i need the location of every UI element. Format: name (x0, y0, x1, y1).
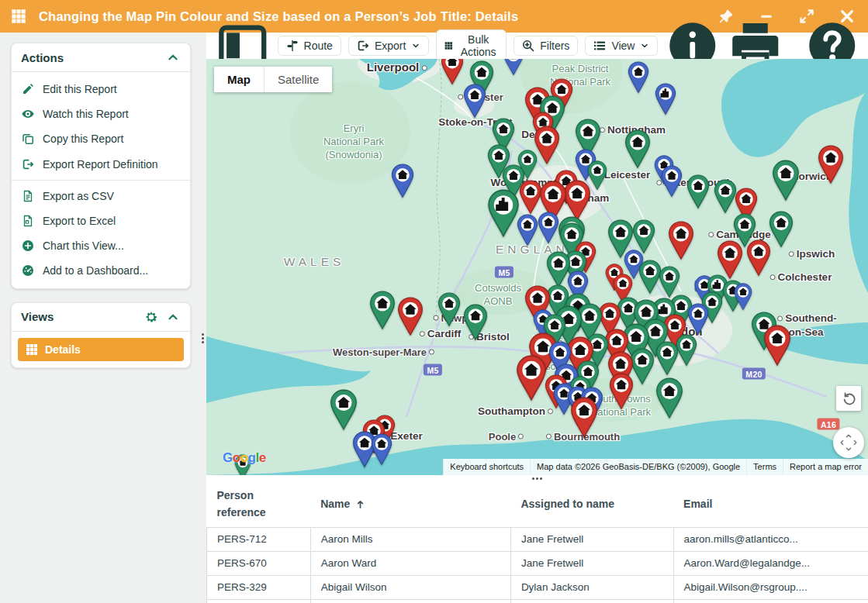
map-pin-blue[interactable] (463, 84, 486, 119)
column-header-email[interactable]: Email (673, 482, 868, 527)
view-label: View (611, 40, 635, 52)
views-collapse-button[interactable] (165, 309, 181, 325)
views-settings-gear-icon[interactable] (144, 309, 159, 325)
map-pin-green[interactable] (772, 160, 800, 202)
route-label: Route (304, 40, 333, 52)
map-pin-blue[interactable] (661, 165, 683, 198)
column-header-name[interactable]: Name (310, 482, 510, 527)
report-map-error-link[interactable]: Report a map error (783, 459, 868, 475)
map-type-map-button[interactable]: Map (214, 67, 264, 92)
map-pin-green[interactable] (769, 211, 794, 248)
bulk-actions-button[interactable]: Bulk Actions (436, 29, 507, 62)
table-cell: Jane Fretwell (510, 551, 673, 575)
table-row[interactable]: PERS-329Abigail WilsonDylan JacksonAbiga… (207, 575, 868, 599)
view-button[interactable]: View (585, 36, 658, 56)
view-item-details[interactable]: Details (18, 338, 184, 361)
map-pin-green[interactable] (437, 292, 461, 327)
sidebar-resize-handle[interactable] (200, 332, 206, 345)
map-reset-rotation-button[interactable] (836, 386, 861, 411)
chevron-down-icon (411, 41, 420, 50)
chevron-down-icon (640, 41, 649, 50)
action-item-edit-this-report[interactable]: Edit this Report (12, 77, 190, 102)
map-pin-red[interactable] (818, 145, 844, 184)
map-pin-green[interactable] (487, 189, 520, 238)
map-pin-green[interactable] (714, 179, 737, 214)
map-pin-green[interactable] (624, 129, 651, 169)
action-item-export-to-excel[interactable]: Export to Excel (12, 208, 190, 233)
map-type-control: Map Satellite (214, 67, 332, 92)
map-pin-red[interactable] (563, 180, 591, 222)
map-pin-red[interactable] (534, 126, 560, 165)
table-row[interactable]: PERS-712Aaron MillsJane Fretwellaaron.mi… (207, 527, 868, 551)
table-row[interactable]: PERS-670Aaron WardJane FretwellAaron.War… (207, 551, 868, 575)
map-pan-control[interactable] (833, 427, 864, 458)
map-pin-red[interactable] (668, 221, 694, 260)
column-header-assigned-to-name[interactable]: Assigned to name (510, 482, 673, 527)
table-cell: PERS-670 (207, 551, 311, 575)
map-pin-green[interactable] (463, 304, 488, 341)
map-pin-blue[interactable] (687, 303, 709, 336)
action-item-export-as-csv[interactable]: Export as CSV (12, 184, 190, 208)
map-pin-red[interactable] (570, 397, 598, 439)
bulk-grid-icon (444, 40, 453, 52)
rotate-ccw-icon (842, 391, 856, 406)
map-pin-red[interactable] (763, 325, 791, 367)
map-pin-green[interactable] (330, 389, 358, 431)
export-icon (22, 158, 34, 171)
export-icon (357, 40, 369, 52)
app-grid-icon (11, 9, 26, 24)
map-pin-red[interactable] (441, 59, 464, 85)
map-pin-blue[interactable] (734, 283, 752, 311)
route-icon (286, 40, 299, 52)
map-canvas[interactable]: LiverpoolChesterStoke-on-TrentDerbyNotti… (206, 59, 868, 475)
view-item-label: Details (45, 343, 81, 356)
action-item-label: Edit this Report (43, 82, 117, 96)
file-excel-icon (22, 215, 34, 227)
map-pin-green[interactable] (686, 174, 710, 209)
google-logo: Google (223, 450, 266, 466)
actions-collapse-button[interactable] (165, 50, 181, 65)
map-pin-blue[interactable] (655, 83, 676, 115)
map-pin-green[interactable] (655, 377, 683, 419)
views-panel-header: Views (12, 303, 190, 332)
map-pin-blue[interactable] (503, 59, 524, 76)
map-pin-blue[interactable] (517, 214, 538, 246)
action-item-export-report-definition[interactable]: Export Report Definition (12, 152, 190, 177)
table-cell: Dylan Jackson (510, 575, 673, 599)
action-item-chart-this-view[interactable]: Chart this View... (12, 233, 190, 258)
map-pin-blue[interactable] (391, 164, 414, 198)
copy-icon (22, 133, 34, 145)
map-pin-blue[interactable] (538, 212, 559, 244)
column-header-person-reference[interactable]: Person reference (207, 482, 311, 527)
keyboard-shortcuts-link[interactable]: Keyboard shortcuts (443, 459, 530, 475)
map-pin-red[interactable] (746, 239, 771, 277)
main-content: Route Export Bulk Actions Filters (206, 33, 868, 603)
action-item-copy-this-report[interactable]: Copy this Report (12, 126, 190, 151)
map-pin-green[interactable] (659, 266, 680, 298)
workspace: Actions Edit this ReportWatch this Repor… (0, 33, 868, 603)
action-item-watch-this-report[interactable]: Watch this Report (12, 102, 190, 126)
map-pin-green[interactable] (369, 291, 396, 330)
map-pin-red[interactable] (609, 373, 634, 410)
map-type-satellite-button[interactable]: Satellite (265, 67, 332, 92)
map-pin-green[interactable] (655, 341, 679, 376)
actions-panel-title: Actions (21, 51, 64, 64)
bulk-actions-label: Bulk Actions (458, 33, 498, 58)
export-button[interactable]: Export (348, 36, 429, 56)
filters-button[interactable]: Filters (514, 36, 578, 56)
table-cell: Abigail.Wilson@rsgroup.... (673, 575, 868, 599)
map-pin-blue[interactable] (628, 61, 649, 94)
filters-zoom-icon (522, 40, 534, 52)
action-item-label: Export Report Definition (43, 157, 158, 171)
map-table-resize-handle[interactable] (206, 475, 868, 482)
map-pin-red[interactable] (397, 297, 424, 336)
sidebar: Actions Edit this ReportWatch this Repor… (0, 33, 206, 603)
map-pin-blue[interactable] (371, 433, 393, 466)
views-list: Details (12, 332, 190, 367)
terms-link[interactable]: Terms (746, 459, 783, 475)
route-button[interactable]: Route (278, 36, 341, 56)
file-csv-icon (22, 190, 34, 202)
action-item-add-to-a-dashboard[interactable]: Add to a Dashboard... (12, 258, 190, 283)
map-pin-green[interactable] (676, 334, 697, 367)
map-pin-red[interactable] (516, 355, 547, 401)
